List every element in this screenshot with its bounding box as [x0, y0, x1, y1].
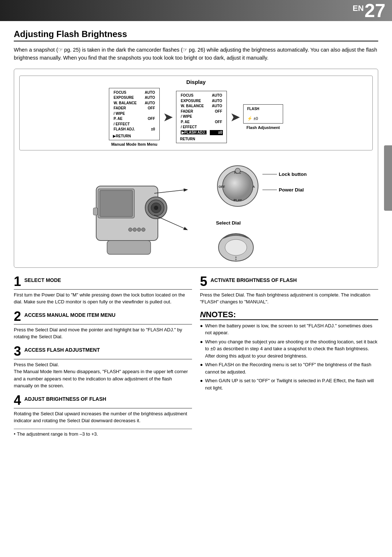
- step-2-title: ACCESS MANUAL MODE ITEM MENU: [24, 310, 115, 319]
- page-number: EN27: [353, 1, 385, 20]
- svg-point-9: [137, 228, 141, 231]
- camcorder-svg: [85, 157, 209, 262]
- svg-line-14: [154, 215, 187, 230]
- power-dial-label: Power Dial: [279, 187, 304, 193]
- svg-text:A: A: [253, 185, 255, 189]
- svg-line-13: [154, 190, 187, 193]
- step-4-body: Rotating the Select Dial upward increase…: [14, 410, 192, 424]
- svg-point-24: [225, 239, 247, 255]
- svg-rect-12: [93, 208, 98, 215]
- select-dial-label: Select Dial: [216, 220, 241, 226]
- header-bar: EN27: [0, 0, 392, 21]
- note-2: When you change the subject you are shoo…: [200, 338, 378, 360]
- step-1-body: First turn the Power Dial to "M" while p…: [14, 291, 192, 306]
- select-dial: ↕: [216, 229, 256, 262]
- step-1-num: 1: [14, 275, 21, 288]
- content-grid: 1 SELECT MODE First turn the Power Dial …: [14, 275, 378, 437]
- main-content: Adjusting Flash Brightness When a snapsh…: [0, 21, 392, 444]
- step-1-title: SELECT MODE: [24, 275, 61, 284]
- footer-note: The adjustment range is from –3 to +3.: [14, 429, 192, 437]
- screen1-label: Manual Mode Item Menu: [111, 142, 157, 146]
- step-5-body: Press the Select Dial. The flash brightn…: [200, 291, 378, 306]
- select-dial-section: Select Dial ↕: [216, 220, 307, 262]
- display-title: Display: [23, 79, 369, 85]
- power-dial-callout: Power Dial: [262, 187, 307, 193]
- note-4: When GAIN UP is set to "OFF" or Twilight…: [200, 377, 378, 391]
- right-column: 5 ACTIVATE BRIGHTNESS OF FLASH Press the…: [200, 275, 378, 437]
- svg-text:↕: ↕: [234, 254, 237, 262]
- screen1: FOCUSAUTO EXPOSUREAUTO W. BALANCEAUTO FA…: [109, 88, 160, 140]
- svg-text:OFF: OFF: [219, 185, 225, 189]
- flash-value: ⚡ ±0: [247, 116, 276, 121]
- arrow-2: ➤: [227, 111, 243, 124]
- svg-point-6: [154, 206, 158, 210]
- intro-text: When a snapshot (☞ pg. 25) is taken in t…: [14, 46, 378, 62]
- left-column: 1 SELECT MODE First turn the Power Dial …: [14, 275, 192, 437]
- svg-point-11: [128, 228, 132, 231]
- lock-button-callout: Lock button: [262, 171, 307, 177]
- camcorder-area: REC PLAY OFF A Lock button: [19, 157, 373, 262]
- note-1: When the battery power is low, the scree…: [200, 322, 378, 336]
- step-4-title: ADJUST BRIGHTNESS OF FLASH: [24, 394, 106, 403]
- arrow-1: ➤: [160, 111, 176, 124]
- svg-text:PLAY: PLAY: [233, 198, 242, 202]
- step-5: 5 ACTIVATE BRIGHTNESS OF FLASH Press the…: [200, 275, 378, 306]
- step-5-num: 5: [200, 275, 207, 288]
- screen3: FLASH ⚡ ±0: [243, 104, 283, 124]
- step-2-body: Press the Select Dial and move the point…: [14, 326, 192, 340]
- select-dial-svg: ↕: [216, 229, 256, 262]
- power-dial: REC PLAY OFF A: [216, 164, 260, 208]
- diagram-box: Display FOCUSAUTO EXPOSUREAUTO W. BALANC…: [14, 69, 378, 268]
- svg-rect-2: [100, 190, 132, 217]
- svg-point-10: [133, 228, 136, 231]
- display-section: Display FOCUSAUTO EXPOSUREAUTO W. BALANC…: [19, 76, 373, 150]
- svg-point-8: [142, 228, 145, 231]
- step-4: 4 ADJUST BRIGHTNESS OF FLASH Rotating th…: [14, 394, 192, 424]
- power-dial-svg: REC PLAY OFF A: [216, 164, 260, 208]
- step-2: 2 ACCESS MANUAL MODE ITEM MENU Press the…: [14, 310, 192, 340]
- svg-point-17: [222, 171, 253, 201]
- page-title: Adjusting Flash Brightness: [14, 29, 378, 41]
- step-1: 1 SELECT MODE First turn the Power Dial …: [14, 275, 192, 306]
- notes-title: NNOTES:: [200, 310, 378, 320]
- screen2: FOCUSAUTO EXPOSUREAUTO W. BALANCEAUTO FA…: [176, 91, 227, 143]
- lock-power-section: REC PLAY OFF A Lock button: [216, 164, 307, 208]
- step-5-title: ACTIVATE BRIGHTNESS OF FLASH: [211, 275, 297, 284]
- step-2-num: 2: [14, 310, 21, 323]
- svg-point-22: [235, 168, 240, 173]
- lock-power-callouts: Lock button Power Dial: [262, 164, 307, 193]
- step-3-body: Press the Select Dial.The Manual Mode It…: [14, 361, 192, 390]
- note-3: When FLASH on the Recording menu is set …: [200, 361, 378, 375]
- right-panel: REC PLAY OFF A Lock button: [209, 157, 307, 262]
- flash-label: FLASH: [247, 107, 276, 111]
- lock-button-label: Lock button: [279, 171, 307, 177]
- step-3: 3 ACCESS FLASH ADJUSTMENT Press the Sele…: [14, 345, 192, 390]
- flash-adj-label: Flash Adjustment: [246, 125, 280, 130]
- camcorder-illustration: [85, 157, 209, 262]
- notes-section: NNOTES: When the battery power is low, t…: [200, 310, 378, 392]
- step-3-num: 3: [14, 345, 21, 358]
- display-screens: FOCUSAUTO EXPOSUREAUTO W. BALANCEAUTO FA…: [23, 88, 369, 146]
- svg-rect-7: [107, 241, 151, 254]
- step-3-title: ACCESS FLASH ADJUSTMENT: [24, 345, 100, 354]
- step-4-num: 4: [14, 394, 21, 407]
- side-tab: [384, 145, 392, 211]
